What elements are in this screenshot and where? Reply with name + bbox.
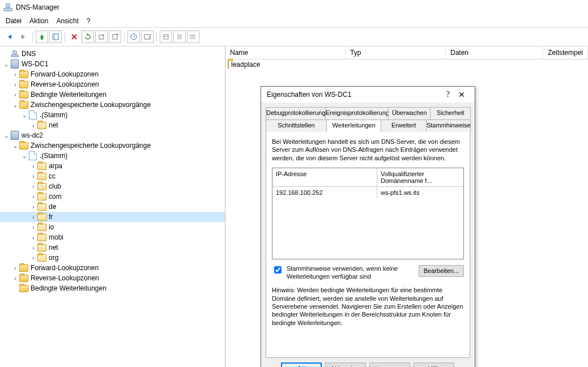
column-data[interactable]: Daten	[446, 46, 543, 59]
svg-point-20	[190, 38, 191, 39]
tree-zone-com[interactable]: ›com	[0, 191, 225, 202]
view-button-2[interactable]	[173, 31, 186, 43]
tree-zone-org[interactable]: ›org	[0, 253, 225, 263]
col-ip-address[interactable]: IP-Adresse	[272, 168, 377, 186]
tree-forward-lookup-1[interactable]: ›Forward-Lookupzonen	[0, 69, 225, 79]
tree-server-wsdc1[interactable]: ⌄WS-DC1	[0, 59, 225, 69]
forwarders-table-head: IP-Adresse Vollqualifizierter Domänennam…	[272, 168, 463, 187]
tree-label: .(Stamm)	[40, 152, 67, 160]
tree-zone-arpa[interactable]: ›arpa	[0, 161, 225, 171]
tree-forward-lookup-2[interactable]: ›Forward-Lookupzonen	[0, 263, 225, 273]
tab-root-hints[interactable]: Stammhinweise	[426, 120, 471, 132]
tree-label: org	[49, 254, 58, 262]
svg-point-19	[190, 36, 191, 37]
help-button[interactable]: ?	[127, 31, 140, 43]
tree-label: Reverse-Lookupzonen	[31, 274, 99, 282]
dialog-titlebar: Eigenschaften von WS-DC1 ? ✕	[261, 87, 475, 103]
tab-forwarders[interactable]: Weiterleitungen	[326, 120, 381, 132]
tab-event-logging[interactable]: Ereignisprotokollierung	[325, 107, 389, 120]
tree-label: net	[49, 121, 58, 129]
tree-zone-cc[interactable]: ›cc	[0, 171, 225, 181]
tree-server-wsdc2[interactable]: ⌄ws-dc2	[0, 130, 225, 140]
separator	[65, 32, 65, 42]
tab-debug-logging[interactable]: Debugprotokollierung	[266, 107, 326, 120]
root-hints-checkbox[interactable]	[274, 266, 282, 274]
menu-file[interactable]: Datei	[6, 17, 22, 25]
tab-interfaces[interactable]: Schnittstellen	[266, 120, 327, 132]
tree-reverse-lookup-1[interactable]: ›Reverse-Lookupzonen	[0, 79, 225, 89]
tree-zone-de[interactable]: ›de	[0, 202, 225, 212]
svg-rect-21	[11, 55, 18, 57]
forwarders-table[interactable]: IP-Adresse Vollqualifizierter Domänennam…	[272, 168, 464, 259]
menu-action[interactable]: Aktion	[29, 17, 48, 25]
view-button-3[interactable]	[187, 31, 199, 43]
export-button[interactable]	[95, 31, 108, 43]
action-button-1[interactable]	[141, 31, 154, 43]
tree-label: .(Stamm)	[40, 111, 67, 119]
help-button[interactable]: Hilfe	[414, 362, 454, 367]
tree-root-dns[interactable]: DNS	[0, 49, 225, 59]
tree-conditional-fwd-1[interactable]: ›Bedingte Weiterleitungen	[0, 89, 225, 100]
root-hints-label[interactable]: Stammhinweise verwenden, wenn keine Weit…	[287, 265, 406, 281]
tree-label: mobi	[49, 233, 63, 241]
forward-button[interactable]	[17, 31, 29, 43]
svg-rect-4	[53, 34, 55, 40]
delete-button[interactable]	[68, 31, 80, 43]
cancel-button[interactable]: Abbrechen	[325, 362, 366, 367]
tree-net-1[interactable]: ›net	[0, 120, 225, 130]
column-name[interactable]: Name	[225, 46, 346, 59]
tree-cached-lookups-2[interactable]: ⌄Zwischengespeicherte Lookupvorgänge	[0, 140, 225, 151]
col-fqdn[interactable]: Vollqualifizierter Domänenname f...	[377, 168, 463, 186]
svg-rect-10	[164, 35, 168, 39]
tree-zone-net[interactable]: ›net	[0, 242, 225, 253]
tree-label: club	[49, 182, 61, 190]
tree-label: Forward-Lookupzonen	[31, 70, 99, 78]
svg-text:?: ?	[133, 35, 135, 40]
tree-label: net	[49, 244, 58, 251]
tree-conditional-fwd-2[interactable]: Bedingte Weiterleitungen	[0, 283, 225, 293]
forwarders-description: Bei Weiterleitungen handelt es sich um D…	[272, 138, 464, 162]
back-button[interactable]	[3, 31, 16, 43]
tree-zone-club[interactable]: ›club	[0, 181, 225, 191]
list-item[interactable]: leadplace	[225, 59, 588, 70]
separator	[124, 32, 125, 42]
apply-button: Übernehmen	[369, 362, 410, 367]
tree-label: Reverse-Lookupzonen	[31, 80, 99, 88]
properties-button[interactable]	[109, 31, 121, 43]
ok-button[interactable]: OK	[281, 362, 322, 367]
refresh-button[interactable]	[82, 31, 94, 43]
tree-label: arpa	[49, 162, 62, 170]
tree-cached-lookups-1[interactable]: ⌄Zwischengespeicherte Lookupvorgänge	[0, 100, 225, 110]
separator	[32, 32, 33, 42]
menu-view[interactable]: Ansicht	[56, 17, 78, 25]
svg-rect-5	[99, 35, 104, 39]
tree-label: de	[49, 203, 56, 211]
list-item-name: leadplace	[231, 61, 260, 69]
tree-stamm-1[interactable]: ⌄.(Stamm)	[0, 110, 225, 120]
up-button[interactable]	[36, 31, 48, 43]
tab-monitoring[interactable]: Überwachen	[388, 107, 431, 120]
tree-label: DNS	[22, 50, 36, 58]
forwarders-row[interactable]: 192.168.100.252 ws-pfs1.ws.its	[272, 187, 463, 198]
tree-zone-mobi[interactable]: ›mobi	[0, 232, 225, 242]
column-timestamp[interactable]: Zeitstempel	[543, 46, 588, 59]
cell-ip: 192.168.100.252	[272, 187, 377, 198]
tab-security[interactable]: Sicherheit	[430, 107, 471, 120]
dialog-help-icon[interactable]: ?	[442, 90, 454, 99]
forwarders-hint: Hinweis: Werden bedingte Weiterleitungen…	[272, 286, 464, 326]
menu-help[interactable]: ?	[87, 17, 91, 25]
tree-label: Forward-Lookupzonen	[31, 264, 99, 272]
tree-panel[interactable]: DNS ⌄WS-DC1 ›Forward-Lookupzonen ›Revers…	[0, 46, 225, 367]
show-hide-tree-button[interactable]	[49, 31, 62, 43]
tree-reverse-lookup-2[interactable]: ›Reverse-Lookupzonen	[0, 273, 225, 283]
view-button-1[interactable]	[160, 31, 172, 43]
tree-zone-fr[interactable]: ›fr	[0, 212, 225, 222]
edit-button[interactable]: Bearbeiten...	[419, 265, 464, 277]
window-title: DNS-Manager	[16, 3, 59, 11]
tree-zone-io[interactable]: ›io	[0, 222, 225, 232]
dialog-close-icon[interactable]: ✕	[454, 90, 469, 99]
tree-stamm-2[interactable]: ⌄.(Stamm)	[0, 151, 225, 161]
dialog-button-row: OK Abbrechen Übernehmen Hilfe	[261, 358, 475, 367]
tab-advanced[interactable]: Erweitert	[381, 120, 427, 132]
column-type[interactable]: Typ	[346, 46, 446, 59]
